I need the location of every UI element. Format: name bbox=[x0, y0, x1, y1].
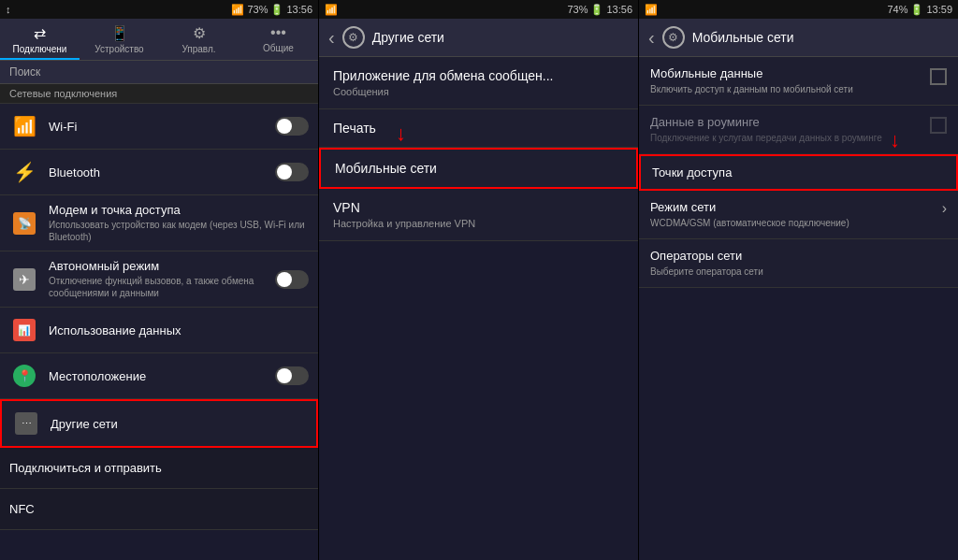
battery-icon-2: 🔋 bbox=[590, 4, 603, 16]
section-network-connections: Сетевые подключения bbox=[0, 84, 318, 104]
tab-bar-1: ⇄ Подключени 📱 Устройство ⚙ Управл. ••• … bbox=[0, 19, 318, 61]
other-networks-content: Другие сети bbox=[51, 417, 307, 431]
signal-percent-2: 73% bbox=[567, 4, 588, 15]
location-content: Местоположение bbox=[49, 369, 275, 383]
p3-item-access-points[interactable]: Точки доступа ↓ bbox=[639, 154, 958, 191]
airplane-content: Автономный режим Отключение функций вызо… bbox=[49, 259, 275, 299]
p3-access-points-content: Точки доступа bbox=[652, 165, 945, 179]
network-mode-chevron: › bbox=[942, 200, 947, 217]
location-title: Местоположение bbox=[49, 369, 275, 383]
panel2-title: Другие сети bbox=[372, 30, 444, 45]
p3-network-mode-sub: WCDMA/GSM (автоматическое подключение) bbox=[650, 217, 935, 229]
time-2: 13:56 bbox=[606, 4, 632, 15]
tab-manage[interactable]: ⚙ Управл. bbox=[159, 19, 239, 60]
search-bar[interactable]: Поиск bbox=[0, 61, 318, 84]
location-icon: 📍 bbox=[9, 361, 39, 391]
menu-item-bluetooth[interactable]: ⚡ Bluetooth bbox=[0, 150, 318, 195]
p3-roaming-title: Данные в роуминге bbox=[650, 115, 922, 129]
back-button-2[interactable]: ‹ bbox=[328, 27, 335, 49]
p2-mobile-networks-title: Мобильные сети bbox=[335, 161, 622, 176]
location-toggle[interactable] bbox=[275, 366, 309, 385]
p2-item-vpn[interactable]: VPN Настройка и управление VPN bbox=[319, 189, 638, 241]
p2-print-title: Печать bbox=[333, 121, 624, 136]
status-bar-3: 📶 74% 🔋 13:59 bbox=[639, 0, 958, 19]
p3-mobile-data-title: Мобильные данные bbox=[650, 66, 922, 80]
airplane-title: Автономный режим bbox=[49, 259, 275, 273]
signal-percent-3: 74% bbox=[887, 4, 907, 15]
connect-send-content: Подключиться и отправить bbox=[9, 461, 309, 475]
data-usage-title: Использование данных bbox=[49, 323, 309, 337]
menu-item-modem[interactable]: 📡 Модем и точка доступа Использовать уст… bbox=[0, 195, 318, 251]
other-networks-icon: ⋯ bbox=[11, 409, 41, 438]
airplane-subtitle: Отключение функций вызовов, а также обме… bbox=[49, 275, 275, 299]
menu-item-data-usage[interactable]: 📊 Использование данных bbox=[0, 308, 318, 353]
panel3-title: Мобильные сети bbox=[692, 30, 794, 45]
status-right-1: 📶 73% 🔋 13:56 bbox=[231, 4, 312, 16]
airplane-icon: ✈ bbox=[9, 265, 39, 294]
p2-item-messages[interactable]: Приложение для обмена сообщен... Сообщен… bbox=[319, 57, 638, 109]
p3-operators-title: Операторы сети bbox=[650, 249, 947, 263]
bluetooth-icon: ⚡ bbox=[9, 157, 39, 187]
tab-manage-label: Управл. bbox=[181, 44, 215, 54]
menu-item-other-networks[interactable]: ⋯ Другие сети bbox=[0, 399, 318, 448]
other-networks-title: Другие сети bbox=[51, 417, 307, 431]
menu-item-location[interactable]: 📍 Местоположение bbox=[0, 353, 318, 399]
modem-title: Модем и точка доступа bbox=[49, 203, 309, 217]
status-bar-2: 📶 73% 🔋 13:56 bbox=[319, 0, 638, 19]
modem-subtitle: Использовать устройство как модем (через… bbox=[49, 219, 309, 243]
p2-item-print[interactable]: Печать bbox=[319, 109, 638, 148]
signal-icon: 📶 bbox=[231, 4, 244, 16]
menu-item-connect-send[interactable]: Подключиться и отправить bbox=[0, 448, 318, 489]
nfc-content: NFC bbox=[9, 502, 309, 516]
p3-item-operators[interactable]: Операторы сети Выберите оператора сети bbox=[639, 239, 958, 288]
nfc-title: NFC bbox=[9, 502, 309, 516]
signal-text-1: 73% bbox=[247, 4, 268, 15]
gear-icon-2: ⚙ bbox=[342, 26, 365, 49]
panel2-header: ‹ ⚙ Другие сети bbox=[319, 19, 638, 57]
back-button-3[interactable]: ‹ bbox=[648, 27, 655, 49]
red-arrow-panel2: ↓ bbox=[396, 122, 406, 146]
panel-connections: ↕ 📶 73% 🔋 13:56 ⇄ Подключени 📱 Устройств… bbox=[0, 0, 318, 560]
wifi-icon: 📶 bbox=[9, 111, 39, 141]
tab-device-label: Устройство bbox=[94, 44, 143, 54]
tab-device-icon: 📱 bbox=[110, 24, 129, 42]
wifi-title: Wi-Fi bbox=[49, 120, 275, 134]
status-left-2: 📶 bbox=[325, 4, 338, 16]
bluetooth-toggle[interactable] bbox=[275, 163, 309, 181]
tab-general[interactable]: ••• Общие bbox=[239, 19, 318, 60]
tab-device[interactable]: 📱 Устройство bbox=[80, 19, 159, 60]
wifi-toggle[interactable] bbox=[275, 117, 309, 136]
p3-item-mobile-data[interactable]: Мобильные данные Включить доступ к данны… bbox=[639, 57, 958, 106]
p2-vpn-title: VPN bbox=[333, 200, 624, 215]
p2-item-mobile-networks[interactable]: Мобильные сети ↓ bbox=[319, 148, 638, 189]
modem-icon: 📡 bbox=[9, 208, 39, 238]
p2-vpn-sub: Настройка и управление VPN bbox=[333, 218, 624, 229]
bluetooth-title: Bluetooth bbox=[49, 165, 275, 179]
battery-icon-1: 🔋 bbox=[270, 4, 283, 16]
menu-item-wifi[interactable]: 📶 Wi-Fi bbox=[0, 104, 318, 150]
signal-icon-3: 📶 bbox=[645, 4, 658, 16]
p3-item-roaming[interactable]: Данные в роуминге Подключение к услугам … bbox=[639, 106, 958, 154]
tab-general-icon: ••• bbox=[270, 24, 286, 41]
menu-item-airplane[interactable]: ✈ Автономный режим Отключение функций вы… bbox=[0, 251, 318, 308]
time-1: 13:56 bbox=[286, 4, 312, 15]
p3-network-mode-title: Режим сети bbox=[650, 200, 935, 214]
p3-network-mode-content: Режим сети WCDMA/GSM (автоматическое под… bbox=[650, 200, 935, 229]
p2-messages-sub: Сообщения bbox=[333, 86, 624, 97]
section-header-text: Сетевые подключения bbox=[9, 88, 117, 99]
connect-send-title: Подключиться и отправить bbox=[9, 461, 309, 475]
panel-mobile-networks: 📶 74% 🔋 13:59 ‹ ⚙ Мобильные сети Мобильн… bbox=[638, 0, 958, 560]
battery-icon-3: 🔋 bbox=[910, 4, 923, 16]
roaming-checkbox[interactable] bbox=[930, 117, 947, 134]
airplane-toggle[interactable] bbox=[275, 270, 309, 289]
menu-item-nfc[interactable]: NFC bbox=[0, 489, 318, 530]
status-bar-1: ↕ 📶 73% 🔋 13:56 bbox=[0, 0, 318, 19]
p3-mobile-data-content: Мобильные данные Включить доступ к данны… bbox=[650, 66, 922, 95]
search-placeholder: Поиск bbox=[9, 65, 40, 79]
tab-manage-icon: ⚙ bbox=[193, 24, 206, 42]
status-left-1: ↕ bbox=[6, 4, 11, 15]
tab-connections[interactable]: ⇄ Подключени bbox=[0, 19, 80, 60]
mobile-data-checkbox[interactable] bbox=[930, 68, 947, 85]
wifi-content: Wi-Fi bbox=[49, 120, 275, 134]
p3-item-network-mode[interactable]: Режим сети WCDMA/GSM (автоматическое под… bbox=[639, 191, 958, 239]
